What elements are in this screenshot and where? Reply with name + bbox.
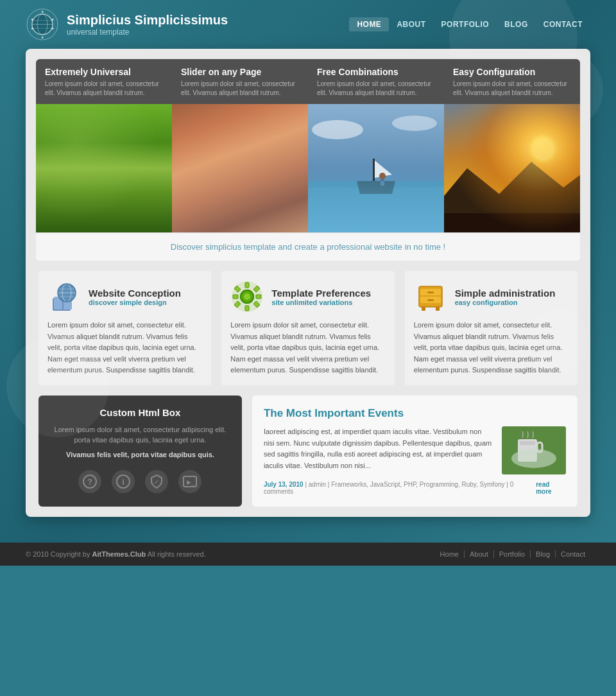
- panel-desc-4: Lorem ipsum dolor sit amet, consectetur …: [453, 80, 571, 98]
- feature-card-2: Template Preferences site unlimited vari…: [221, 271, 394, 385]
- footer-nav-home[interactable]: Home: [435, 550, 465, 558]
- svg-rect-29: [308, 187, 444, 232]
- nav-about[interactable]: ABOUT: [389, 17, 433, 31]
- svg-rect-67: [427, 291, 434, 293]
- panel-image-3: [308, 104, 444, 232]
- custom-html-para2: Vivamus felis velit, porta vitae dapibus…: [50, 449, 230, 460]
- events-content: Iaoreet adipiscing est, at imperdiet qua…: [264, 426, 566, 474]
- events-body: Iaoreet adipiscing est, at imperdiet qua…: [264, 426, 493, 474]
- panel-image-1: [36, 104, 172, 232]
- svg-rect-68: [427, 299, 434, 301]
- svg-marker-23: [172, 123, 308, 232]
- feature-card-title-2: Template Preferences site unlimited vari…: [271, 288, 371, 306]
- svg-point-27: [392, 116, 437, 131]
- slider-caption: Discover simplicius template and create …: [36, 232, 580, 261]
- feature-panel-4[interactable]: Easy Configuration Lorem ipsum dolor sit…: [444, 59, 580, 232]
- features-section: Website Conception discover simple desig…: [36, 271, 580, 385]
- svg-rect-21: [172, 104, 308, 232]
- svg-rect-14: [36, 168, 172, 232]
- svg-text:i: i: [123, 477, 125, 487]
- custom-icon-row: ? i ✓: [50, 470, 230, 493]
- feature-title-3: Simple administration: [455, 288, 556, 299]
- logo-icon: ★ ★ ★ ★ ★ ★: [26, 8, 59, 41]
- feature-card-header-2: Template Preferences site unlimited vari…: [230, 280, 385, 313]
- feature-body-2: Lorem ipsum dolor sit amet, consectetur …: [230, 320, 385, 376]
- panel-title-3: Free Combinations: [317, 67, 435, 77]
- svg-rect-12: [36, 104, 172, 232]
- svg-marker-22: [172, 110, 308, 232]
- feature-card-title-3: Simple administration easy configuration: [455, 288, 556, 306]
- feature-card-header-1: Website Conception discover simple desig…: [47, 280, 202, 313]
- panel-header-4: Easy Configuration Lorem ipsum dolor sit…: [444, 59, 580, 104]
- feature-panel-3[interactable]: Free Combinations Lorem ipsum dolor sit …: [308, 59, 444, 232]
- events-categories: Frameworks, JavaScript, PHP, Programming…: [331, 481, 504, 488]
- svg-point-37: [529, 135, 557, 163]
- bottom-section: Custom Html Box Lorem ipsum dolor sit am…: [36, 396, 580, 507]
- svg-text:✓: ✓: [154, 478, 159, 485]
- panel-desc-3: Lorem ipsum dolor sit amet, consectetur …: [317, 80, 435, 98]
- site-footer: © 2010 Copyright by AitThemes.Club All r…: [0, 543, 616, 566]
- svg-rect-40: [444, 213, 580, 232]
- svg-rect-35: [444, 104, 580, 232]
- footer-nav-about[interactable]: About: [465, 550, 494, 558]
- feature-card-header-3: Simple administration easy configuration: [414, 280, 569, 313]
- panel-desc-2: Lorem ipsum dolor sit amet, consectetur …: [181, 80, 299, 98]
- events-date: July 13, 2010: [264, 481, 304, 488]
- footer-nav-contact[interactable]: Contact: [556, 550, 590, 558]
- svg-rect-34: [381, 179, 384, 186]
- svg-text:▶_: ▶_: [187, 479, 195, 485]
- svg-point-19: [76, 123, 97, 149]
- custom-icon-info: i: [112, 470, 135, 493]
- logo-text: Simplicius Simplicissimus universal temp…: [67, 12, 228, 37]
- feature-subtitle-3: easy configuration: [455, 299, 556, 306]
- svg-rect-24: [172, 194, 308, 232]
- footer-brand[interactable]: AitThemes.Club: [92, 550, 146, 558]
- slider-caption-text: Discover simplicius template and create …: [171, 242, 445, 252]
- events-read-more[interactable]: read more: [536, 481, 566, 495]
- feature-title-2: Template Preferences: [271, 288, 371, 299]
- panel-header-1: Extremely Universal Lorem ipsum dolor si…: [36, 59, 172, 104]
- footer-nav-portfolio[interactable]: Portfolio: [494, 550, 531, 558]
- simple-admin-icon: [414, 280, 447, 313]
- panel-image-4: [444, 104, 580, 232]
- svg-point-26: [312, 120, 363, 139]
- footer-copy-text: © 2010 Copyright by: [26, 550, 90, 558]
- footer-nav: Home About Portfolio Blog Contact: [435, 550, 590, 558]
- svg-rect-28: [308, 181, 444, 232]
- footer-copy: © 2010 Copyright by AitThemes.Club All r…: [26, 550, 206, 558]
- footer-rights: All rights reserved.: [148, 550, 206, 558]
- feature-slider: Extremely Universal Lorem ipsum dolor si…: [36, 59, 580, 261]
- svg-text:?: ?: [87, 477, 92, 487]
- website-conception-icon: [47, 280, 81, 313]
- panel-header-2: Slider on any Page Lorem ipsum dolor sit…: [172, 59, 308, 104]
- logo-area: ★ ★ ★ ★ ★ ★ Simplicius Simplicissimus un…: [26, 8, 228, 41]
- svg-rect-55: [233, 295, 238, 299]
- feature-panel-1[interactable]: Extremely Universal Lorem ipsum dolor si…: [36, 59, 172, 232]
- feature-card-title-1: Website Conception discover simple desig…: [89, 288, 181, 306]
- events-meta-text: July 13, 2010 | admin | Frameworks, Java…: [264, 481, 536, 495]
- custom-icon-shield: ✓: [145, 470, 168, 493]
- svg-rect-15: [36, 181, 172, 232]
- feature-panel-2[interactable]: Slider on any Page Lorem ipsum dolor sit…: [172, 59, 308, 232]
- nav-home[interactable]: HOME: [349, 17, 389, 31]
- panel-desc-1: Lorem ipsum dolor sit amet, consectetur …: [45, 80, 163, 98]
- custom-icon-terminal: ▶_: [178, 470, 201, 493]
- custom-icon-question: ?: [78, 470, 101, 493]
- panel-title-2: Slider on any Page: [181, 67, 299, 77]
- svg-rect-18: [85, 139, 89, 162]
- events-author: admin: [309, 481, 326, 488]
- svg-rect-70: [436, 307, 440, 311]
- svg-text:★: ★: [51, 26, 55, 30]
- site-tagline: universal template: [67, 28, 228, 37]
- svg-rect-31: [373, 159, 375, 184]
- svg-rect-54: [245, 306, 249, 311]
- feature-title-1: Website Conception: [89, 288, 181, 299]
- svg-rect-81: [520, 441, 535, 445]
- footer-nav-blog[interactable]: Blog: [531, 550, 556, 558]
- svg-rect-56: [256, 295, 261, 299]
- feature-subtitle-2: site unlimited variations: [271, 299, 371, 306]
- feature-panels: Extremely Universal Lorem ipsum dolor si…: [36, 59, 580, 232]
- events-box: The Most Important Events Iaoreet adipis…: [252, 396, 578, 507]
- svg-point-33: [379, 173, 386, 179]
- svg-point-38: [531, 137, 554, 161]
